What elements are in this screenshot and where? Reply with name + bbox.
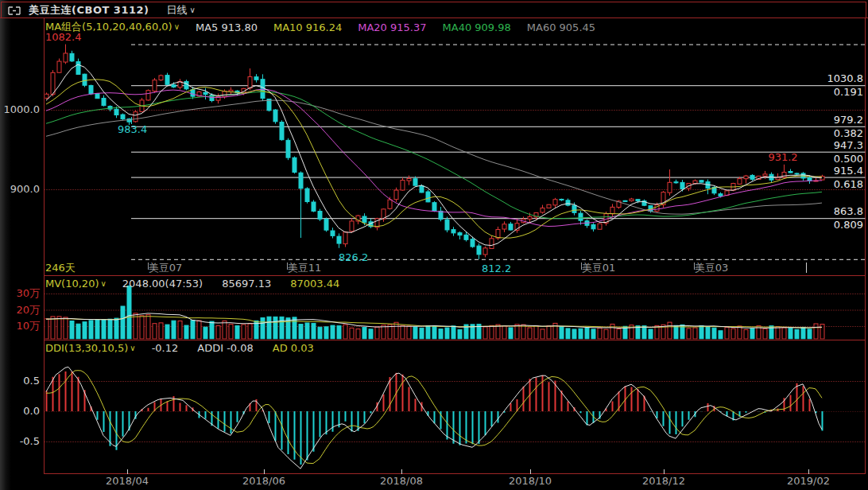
- pivot-annotation: 1082.4: [45, 32, 82, 43]
- volume-gridlines: [45, 294, 866, 327]
- ddi-axis-label: -0.5: [0, 436, 40, 447]
- ma-value-2: MA20 915.37: [358, 21, 426, 33]
- title-bar: 美豆主连(CBOT 3112) 日线 ∨: [0, 2, 868, 18]
- date-label: 2018/04: [106, 476, 149, 487]
- ddi-indicator-label: DDI(13,30,10,5): [45, 342, 128, 354]
- ddi-indicator-selector[interactable]: DDI(13,30,10,5) ∨: [45, 342, 136, 354]
- fib-ratio-label: 0.500: [833, 154, 864, 164]
- candlestick-series[interactable]: [45, 45, 824, 259]
- ddi-value-0: -0.12: [152, 342, 179, 354]
- ddi-gridlines: [45, 382, 866, 442]
- date-label: 2019/02: [787, 476, 830, 487]
- volume-value-2: 87003.44: [290, 278, 339, 290]
- ddi-value-1: ADDI -0.08: [197, 342, 254, 354]
- fib-ratio-label: 0.382: [833, 128, 864, 138]
- ddi-values: -0.12ADDI -0.08AD 0.03: [152, 342, 314, 354]
- contract-label: 美豆03: [695, 262, 729, 274]
- volume-axis-label: 30万: [0, 288, 40, 299]
- pivot-annotation: 826.2: [339, 252, 368, 263]
- fib-price-label: 979.2: [833, 115, 864, 125]
- volume-indicator-row: MV(10,20) ∨ 2048.00(47:53)85697.1387003.…: [45, 278, 339, 290]
- trading-app-window: 美豆主连(CBOT 3112) 日线 ∨ MA组合(5,10,20,40,60,…: [0, 0, 868, 490]
- chevron-down-icon: ∨: [189, 6, 195, 14]
- date-label: 2018/10: [509, 476, 552, 487]
- pivot-annotation: 812.2: [482, 263, 511, 274]
- ma-value-0: MA5 913.80: [196, 21, 258, 33]
- fib-ratio-label: 0.618: [833, 179, 864, 189]
- chart-canvas[interactable]: [0, 0, 868, 490]
- fib-ratio-label: 0.191: [833, 87, 864, 97]
- fib-ratio-label: 0.809: [833, 220, 864, 230]
- pane-borders: [0, 2, 868, 474]
- price-axis-label: 900.0: [0, 184, 40, 195]
- ma-value-4: MA60 905.45: [527, 21, 595, 33]
- date-label: 2018/06: [242, 476, 285, 487]
- pivot-annotation: 931.2: [768, 152, 797, 163]
- ddi-axis-label: 0.5: [0, 375, 40, 387]
- fib-price-label: 915.4: [833, 165, 864, 176]
- ddi-histogram[interactable]: [47, 371, 823, 465]
- chevron-down-icon: ∨: [100, 280, 106, 288]
- date-label: 2018/12: [642, 476, 685, 487]
- contract-label: 美豆07: [149, 262, 183, 274]
- ma-values: MA5 913.80MA10 916.24MA20 915.37MA40 909…: [196, 21, 595, 33]
- period-label: 日线: [166, 3, 187, 18]
- ma-value-1: MA10 916.24: [273, 21, 342, 33]
- volume-value-1: 85697.13: [222, 278, 271, 290]
- pivot-annotation: 983.4: [118, 124, 147, 135]
- visible-days-label: 246天: [45, 262, 76, 274]
- price-axis-label: 1000.0: [0, 104, 40, 115]
- volume-axis-label: 10万: [0, 321, 40, 332]
- ddi-axis-label: 0.0: [0, 406, 40, 417]
- contract-label: 美豆01: [582, 262, 616, 274]
- fib-price-label: 1030.8: [827, 73, 865, 84]
- fib-price-label: 947.3: [833, 140, 864, 150]
- volume-indicator-label: MV(10,20): [45, 278, 99, 290]
- ddi-indicator-row: DDI(13,30,10,5) ∨ -0.12ADDI -0.08AD 0.03: [45, 342, 314, 354]
- period-selector[interactable]: 日线 ∨: [166, 3, 195, 18]
- chevron-down-icon: ∨: [130, 344, 135, 352]
- volume-axis-label: 20万: [0, 305, 40, 316]
- instrument-title: 美豆主连(CBOT 3112): [29, 3, 149, 18]
- chevron-down-icon: ∨: [174, 23, 180, 31]
- volume-indicator-selector[interactable]: MV(10,20) ∨: [45, 278, 107, 290]
- ma-indicator-row: MA组合(5,10,20,40,60,0) ∨ MA5 913.80MA10 9…: [45, 20, 595, 34]
- date-label: 2018/08: [380, 476, 423, 487]
- ddi-value-2: AD 0.03: [273, 342, 314, 354]
- contract-label: 美豆11: [288, 262, 322, 274]
- window-icon[interactable]: [6, 6, 22, 16]
- ma-value-3: MA40 909.98: [443, 21, 511, 33]
- volume-values: 2048.00(47:53)85697.1387003.44: [122, 278, 339, 290]
- volume-value-0: 2048.00(47:53): [122, 278, 203, 290]
- fib-price-label: 863.8: [833, 206, 864, 216]
